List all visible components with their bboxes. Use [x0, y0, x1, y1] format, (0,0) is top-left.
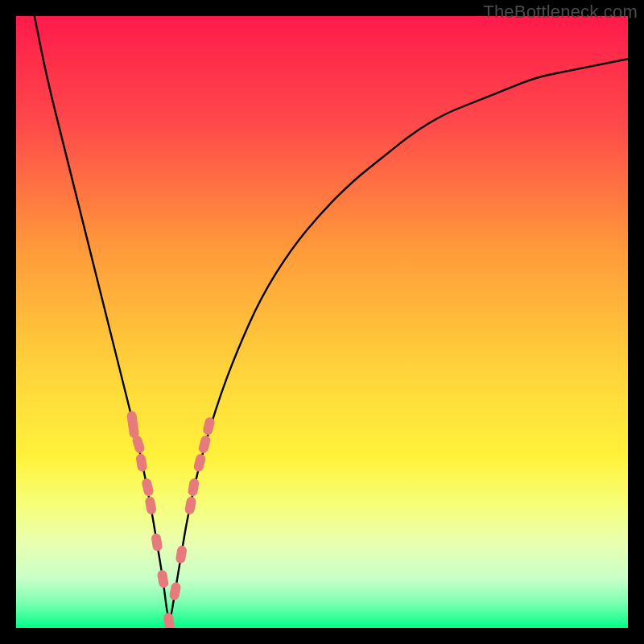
- marker-pill: [151, 533, 163, 552]
- plot-area: [16, 16, 628, 628]
- marker-pill: [157, 569, 169, 588]
- marker-pill: [141, 477, 155, 497]
- outer-frame: TheBottleneck.com: [0, 0, 644, 644]
- marker-group: [126, 411, 216, 628]
- marker-pill: [188, 477, 200, 497]
- marker-pill: [144, 496, 156, 515]
- bottleneck-curve: [35, 16, 628, 617]
- marker-pill: [135, 453, 147, 473]
- marker-pill: [175, 545, 187, 564]
- marker-pill: [193, 453, 207, 473]
- curve-layer: [16, 16, 628, 628]
- marker-pill: [184, 496, 197, 515]
- marker-pill: [202, 416, 216, 436]
- marker-pill: [128, 419, 140, 438]
- marker-pill: [197, 435, 211, 454]
- marker-pill: [163, 613, 175, 628]
- watermark-text: TheBottleneck.com: [483, 2, 638, 23]
- marker-pill: [169, 581, 182, 601]
